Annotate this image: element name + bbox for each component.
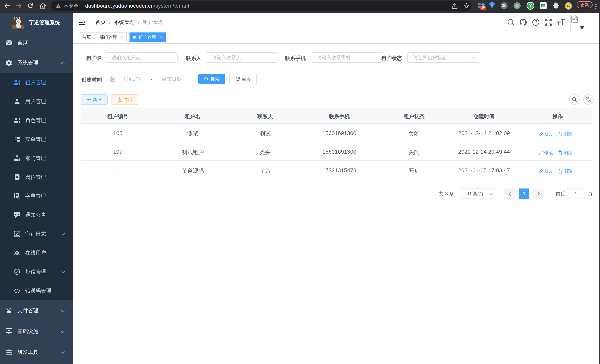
svg-text:a: a <box>16 251 18 254</box>
